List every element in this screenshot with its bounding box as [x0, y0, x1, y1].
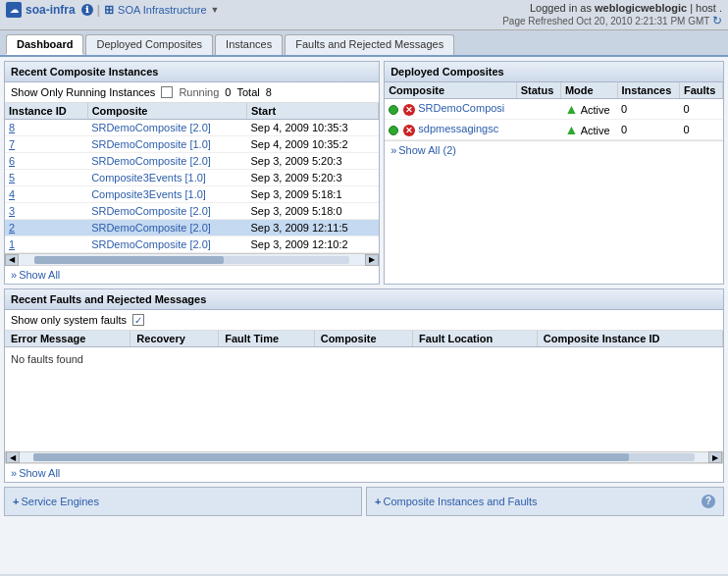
- dc-mode-cell: ▲ Active: [560, 120, 617, 140]
- nav-label[interactable]: SOA Infrastructure: [118, 4, 206, 16]
- dc-mode-cell: ▲ Active: [560, 99, 617, 120]
- table-row[interactable]: ✕ SRDemoComposi ▲ Active 0 0: [385, 99, 722, 120]
- dc-name-cell[interactable]: ✕ sdpmessagingsc: [385, 120, 516, 140]
- show-all-composites[interactable]: » Show All (2): [385, 140, 723, 159]
- footer-composite-instances[interactable]: + Composite Instances and Faults ?: [366, 487, 724, 516]
- instance-id-cell: 2: [5, 220, 87, 236]
- fault-col-error: Error Message: [5, 331, 130, 347]
- start-cell: Sep 3, 2009 5:20:3: [247, 153, 379, 170]
- faults-scroll-right[interactable]: ▶: [708, 451, 722, 463]
- table-row[interactable]: 5 Composite3Events [1.0] Sep 3, 2009 5:2…: [5, 170, 379, 186]
- composite-cell[interactable]: Composite3Events [1.0]: [87, 186, 246, 203]
- dc-faults-cell: 0: [679, 120, 722, 140]
- faults-panel: Recent Faults and Rejected Messages Show…: [4, 288, 724, 483]
- table-row[interactable]: 3 SRDemoComposite [2.0] Sep 3, 2009 5:18…: [5, 203, 379, 220]
- deployed-composites-title: Deployed Composites: [385, 62, 723, 82]
- rci-scrollbar[interactable]: ◀ ▶: [5, 253, 379, 265]
- total-value: 8: [266, 86, 272, 98]
- header: ☁ soa-infra ℹ | ⊞ SOA Infrastructure ▼ L…: [0, 0, 728, 30]
- logged-in-prefix: Logged in as: [530, 2, 592, 14]
- host-suffix: | host .: [690, 2, 722, 14]
- dc-name-cell[interactable]: ✕ SRDemoComposi: [385, 99, 516, 120]
- col-composite: Composite: [87, 103, 246, 120]
- composite-cell[interactable]: SRDemoComposite [1.0]: [87, 136, 246, 153]
- composite-cell[interactable]: SRDemoComposite [2.0]: [87, 220, 246, 236]
- instance-id-cell: 6: [5, 153, 87, 170]
- table-row[interactable]: 7 SRDemoComposite [1.0] Sep 4, 2009 10:3…: [5, 136, 379, 153]
- footer-service-engines[interactable]: + Service Engines: [4, 487, 362, 516]
- info-icon[interactable]: ℹ: [81, 4, 93, 16]
- instance-id-cell: 1: [5, 236, 87, 253]
- show-all-instances[interactable]: » Show All: [5, 265, 379, 284]
- faults-scroll-track[interactable]: [33, 453, 695, 461]
- mode-up-icon: ▲: [564, 101, 578, 117]
- show-only-running-checkbox[interactable]: [161, 86, 173, 98]
- running-value: 0: [225, 86, 231, 98]
- table-row[interactable]: 1 SRDemoComposite [2.0] Sep 3, 2009 12:1…: [5, 236, 379, 253]
- composite-instances-label: Composite Instances and Faults: [383, 496, 537, 507]
- service-engines-label: Service Engines: [21, 496, 99, 507]
- deployed-composites-panel: Deployed Composites Composite Status Mod…: [384, 61, 724, 285]
- no-faults-message: No faults found: [5, 347, 723, 371]
- table-row[interactable]: 2 SRDemoComposite [2.0] Sep 3, 2009 12:1…: [5, 220, 379, 236]
- dc-col-composite: Composite: [385, 82, 516, 99]
- deployed-composites-table: Composite Status Mode Instances Faults ✕…: [385, 82, 723, 140]
- faults-table: Error Message Recovery Fault Time Compos…: [5, 331, 723, 347]
- nav-chevron[interactable]: ▼: [211, 5, 220, 15]
- tab-instances[interactable]: Instances: [215, 34, 283, 55]
- fault-col-time: Fault Time: [219, 331, 314, 347]
- fault-col-composite: Composite: [314, 331, 412, 347]
- table-row[interactable]: 8 SRDemoComposite [2.0] Sep 4, 2009 10:3…: [5, 120, 379, 136]
- refresh-icon[interactable]: ↻: [712, 14, 722, 27]
- instance-id-cell: 5: [5, 170, 87, 186]
- recent-instances-panel: Recent Composite Instances Show Only Run…: [4, 61, 380, 285]
- start-cell: Sep 4, 2009 10:35:2: [247, 136, 379, 153]
- fault-col-location: Fault Location: [413, 331, 538, 347]
- show-all-composites-label: Show All (2): [398, 144, 456, 156]
- show-all-faults[interactable]: » Show All: [5, 463, 723, 482]
- start-cell: Sep 3, 2009 12:10:2: [247, 236, 379, 253]
- status-dot: [389, 105, 398, 115]
- table-row[interactable]: 4 Composite3Events [1.0] Sep 3, 2009 5:1…: [5, 186, 379, 203]
- show-all-arrow-dc: »: [390, 144, 396, 156]
- start-cell: Sep 4, 2009 10:35:3: [247, 120, 379, 136]
- help-icon[interactable]: ?: [702, 495, 715, 508]
- faults-scroll-left[interactable]: ◀: [6, 451, 20, 463]
- composite-cell[interactable]: SRDemoComposite [2.0]: [87, 120, 246, 136]
- table-row[interactable]: ✕ sdpmessagingsc ▲ Active 0 0: [385, 120, 722, 140]
- faults-content-area: [5, 371, 723, 449]
- dc-col-status: Status: [516, 82, 560, 99]
- total-label: Total: [236, 86, 259, 98]
- composite-cell[interactable]: SRDemoComposite [2.0]: [87, 236, 246, 253]
- scroll-left-btn[interactable]: ◀: [5, 254, 19, 266]
- instance-id-cell: 3: [5, 203, 87, 220]
- composite-cell[interactable]: SRDemoComposite [2.0]: [87, 153, 246, 170]
- dc-col-faults: Faults: [679, 82, 722, 99]
- composite-instances-plus: +: [375, 496, 381, 507]
- composite-cell[interactable]: Composite3Events [1.0]: [87, 170, 246, 186]
- show-only-system-checkbox[interactable]: [132, 314, 144, 326]
- header-right: Logged in as weblogicweblogic | host . P…: [502, 2, 722, 27]
- dc-status-cell: [516, 99, 560, 120]
- table-row[interactable]: 6 SRDemoComposite [2.0] Sep 3, 2009 5:20…: [5, 153, 379, 170]
- instance-id-cell: 7: [5, 136, 87, 153]
- tab-deployed-composites[interactable]: Deployed Composites: [85, 34, 213, 55]
- faults-scrollbar[interactable]: ◀ ▶: [5, 451, 723, 463]
- status-dot: [389, 126, 398, 135]
- service-engines-plus: +: [13, 496, 19, 507]
- composite-cell[interactable]: SRDemoComposite [2.0]: [87, 203, 246, 220]
- instance-id-cell: 4: [5, 186, 87, 203]
- tab-bar: Dashboard Deployed Composites Instances …: [0, 30, 728, 57]
- start-cell: Sep 3, 2009 12:11:5: [247, 220, 379, 236]
- tab-faults[interactable]: Faults and Rejected Messages: [285, 34, 454, 55]
- show-all-arrow: »: [11, 269, 17, 281]
- tab-dashboard[interactable]: Dashboard: [6, 34, 83, 55]
- dc-instances-cell: 0: [617, 99, 679, 120]
- scroll-right-btn[interactable]: ▶: [365, 254, 379, 266]
- show-all-label: Show All: [19, 269, 60, 281]
- footer-row: + Service Engines + Composite Instances …: [4, 487, 724, 516]
- scroll-track[interactable]: [34, 256, 349, 264]
- faults-controls: Show only system faults: [5, 310, 723, 331]
- app-name[interactable]: soa-infra: [26, 3, 76, 17]
- show-only-system-label: Show only system faults: [11, 314, 127, 326]
